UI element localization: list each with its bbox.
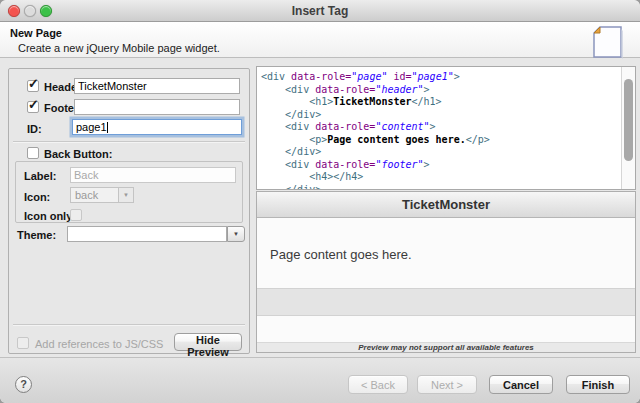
hide-preview-button[interactable]: Hide Preview bbox=[174, 333, 242, 351]
chevron-down-icon: ▼ bbox=[233, 231, 239, 237]
id-label: ID: bbox=[27, 123, 42, 135]
theme-combo: ▼ bbox=[67, 226, 245, 242]
icon-select[interactable]: back ▼ bbox=[70, 187, 134, 203]
next-button[interactable]: Next > bbox=[417, 375, 477, 394]
back-button-group: Label: Icon: back ▼ Icon only: bbox=[15, 161, 243, 223]
check-icon: ✓ bbox=[28, 97, 39, 112]
window-title: Insert Tag bbox=[0, 4, 640, 18]
footer-checkbox[interactable]: ✓ bbox=[27, 101, 39, 113]
label-input[interactable] bbox=[70, 167, 236, 183]
icon-select-value: back bbox=[75, 189, 98, 201]
title-bar: Insert Tag bbox=[0, 0, 640, 22]
cancel-button[interactable]: Cancel bbox=[489, 375, 553, 394]
separator bbox=[13, 141, 245, 142]
icon-label: Icon: bbox=[24, 191, 50, 203]
theme-label: Theme: bbox=[17, 229, 56, 241]
scrollbar-thumb[interactable] bbox=[624, 79, 633, 161]
help-button[interactable]: ? bbox=[15, 376, 32, 393]
finish-button[interactable]: Finish bbox=[566, 375, 630, 394]
page-title: New Page bbox=[10, 27, 62, 39]
code-lines: <div data-role="page" id="page1"> <div d… bbox=[261, 71, 619, 190]
code-scrollbar[interactable] bbox=[621, 67, 635, 189]
theme-input[interactable] bbox=[67, 226, 227, 242]
new-page-icon bbox=[592, 25, 624, 59]
header-checkbox[interactable]: ✓ bbox=[27, 80, 39, 92]
back-button[interactable]: < Back bbox=[348, 375, 408, 394]
page-subtitle: Create a new jQuery Mobile page widget. bbox=[18, 42, 220, 54]
add-references-checkbox[interactable] bbox=[17, 337, 29, 349]
text-caret bbox=[107, 122, 108, 133]
header-input[interactable] bbox=[74, 78, 240, 94]
preview-header-bar: TicketMonster bbox=[257, 192, 635, 218]
form-panel: ✓ Header: ✓ Footer: ID: Back Button: Lab… bbox=[8, 68, 250, 354]
back-button-checkbox[interactable] bbox=[27, 147, 39, 159]
back-button-label: Back Button: bbox=[44, 148, 112, 160]
insert-tag-dialog: Insert Tag New Page Create a new jQuery … bbox=[0, 0, 640, 403]
theme-dropdown-button[interactable]: ▼ bbox=[227, 226, 245, 242]
code-editor[interactable]: <div data-role="page" id="page1"> <div d… bbox=[256, 66, 636, 190]
icon-only-checkbox[interactable] bbox=[70, 209, 82, 221]
check-icon: ✓ bbox=[28, 76, 39, 91]
add-references-label: Add references to JS/CSS bbox=[35, 338, 163, 350]
preview-footer-bar bbox=[257, 288, 635, 316]
label-label: Label: bbox=[24, 170, 56, 182]
bottom-bar: ? < Back Next > Cancel Finish bbox=[0, 357, 640, 403]
footer-input[interactable] bbox=[74, 99, 240, 115]
preview-content-text: Page content goes here. bbox=[270, 247, 412, 262]
chevron-down-icon: ▼ bbox=[118, 188, 133, 202]
preview-pane: TicketMonster Page content goes here. Pr… bbox=[256, 191, 636, 353]
separator bbox=[13, 324, 245, 325]
preview-note: Preview may not support all available fe… bbox=[257, 342, 635, 352]
wizard-header: New Page Create a new jQuery Mobile page… bbox=[0, 22, 640, 58]
icon-only-label: Icon only: bbox=[24, 210, 76, 222]
id-input[interactable] bbox=[72, 119, 242, 135]
